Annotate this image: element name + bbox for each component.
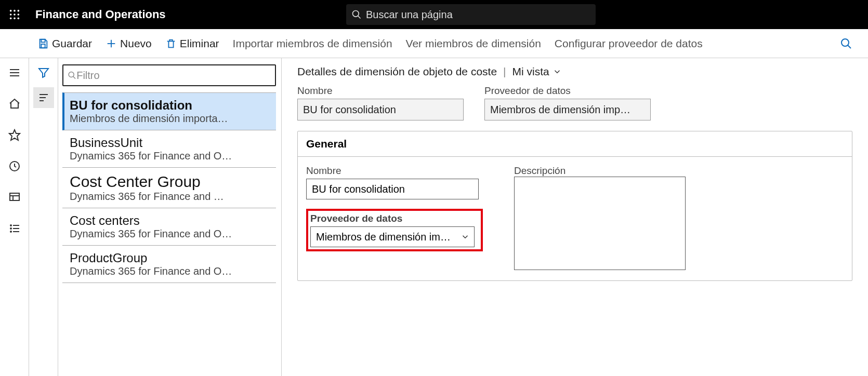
svg-point-1 <box>14 10 16 12</box>
clock-icon <box>8 160 21 172</box>
action-bar: Guardar Nuevo Eliminar Importar miembros… <box>0 29 868 58</box>
filter-rail <box>29 58 58 376</box>
search-icon <box>68 71 76 80</box>
header-provider-field: Proveedor de datos Miembros de dimensión… <box>484 85 651 120</box>
chevron-down-icon <box>461 232 470 241</box>
plus-icon <box>106 38 117 49</box>
list-filter-input[interactable] <box>76 70 271 82</box>
list-item-title: BusinessUnit <box>70 136 271 150</box>
delete-button[interactable]: Eliminar <box>165 37 219 50</box>
svg-point-25 <box>10 225 11 226</box>
workspace-icon <box>8 191 21 204</box>
list-item-title: Cost Center Group <box>70 173 271 191</box>
view-label: Ver miembros de dimensión <box>406 37 541 50</box>
import-members-button[interactable]: Importar miembros de dimensión <box>233 37 392 50</box>
trash-icon <box>165 38 177 49</box>
detail-panel: Detalles de dimensión de objeto de coste… <box>282 58 868 376</box>
breadcrumb-separator: | <box>503 65 506 78</box>
list-item[interactable]: ProductGroup Dynamics 365 for Finance an… <box>62 246 276 283</box>
nav-rail <box>0 58 29 376</box>
provider-dropdown[interactable]: Miembros de dimensión im… <box>310 226 475 247</box>
view-selector-label: Mi vista <box>512 65 549 78</box>
header-fields: Nombre BU for consolidation Proveedor de… <box>297 85 852 120</box>
view-members-button[interactable]: Ver miembros de dimensión <box>406 37 541 50</box>
funnel-icon <box>37 66 50 79</box>
list-item-subtitle: Dynamics 365 for Finance and … <box>70 191 271 203</box>
page-header: Detalles de dimensión de objeto de coste… <box>297 65 852 78</box>
svg-point-3 <box>10 14 12 16</box>
svg-point-5 <box>18 14 20 16</box>
svg-point-4 <box>14 14 16 16</box>
list-panel: BU for consolidation Miembros de dimensi… <box>58 58 282 376</box>
header-name-field: Nombre BU for consolidation <box>297 85 464 120</box>
list-item-subtitle: Dynamics 365 for Finance and O… <box>70 265 271 277</box>
nav-home-button[interactable] <box>4 93 25 114</box>
app-launcher-button[interactable] <box>0 0 29 29</box>
page-title: Detalles de dimensión de objeto de coste <box>297 65 497 78</box>
svg-point-29 <box>10 231 11 232</box>
new-button[interactable]: Nuevo <box>106 37 152 50</box>
provider-dropdown-value: Miembros de dimensión im… <box>316 231 451 243</box>
delete-label: Eliminar <box>180 37 219 50</box>
svg-line-35 <box>73 76 75 78</box>
svg-rect-11 <box>41 39 45 42</box>
header-name-label: Nombre <box>297 85 464 97</box>
app-title: Finance and Operations <box>29 8 346 21</box>
global-search[interactable]: Buscar una página <box>346 4 596 25</box>
list-item-subtitle: Dynamics 365 for Finance and O… <box>70 150 271 162</box>
search-icon <box>351 9 362 20</box>
svg-point-6 <box>10 18 12 20</box>
list-item[interactable]: Cost centers Dynamics 365 for Finance an… <box>62 208 276 246</box>
filter-pane-button[interactable] <box>33 62 54 83</box>
svg-rect-12 <box>41 44 45 47</box>
svg-point-2 <box>18 10 20 12</box>
global-search-placeholder: Buscar una página <box>366 9 453 21</box>
configure-label: Configurar proveedor de datos <box>555 37 703 50</box>
name-label: Nombre <box>306 165 483 177</box>
configure-provider-button[interactable]: Configurar proveedor de datos <box>555 37 703 50</box>
list-item[interactable]: BusinessUnit Dynamics 365 for Finance an… <box>62 130 276 168</box>
section-title[interactable]: General <box>298 131 852 157</box>
list-item-subtitle: Miembros de dimensión importa… <box>70 113 271 125</box>
nav-favorites-button[interactable] <box>4 125 25 145</box>
svg-line-10 <box>358 16 361 19</box>
svg-marker-20 <box>9 130 20 140</box>
list-filter-box[interactable] <box>62 64 276 86</box>
nav-workspaces-button[interactable] <box>4 187 25 208</box>
general-section: General Nombre Proveedor de datos Miembr… <box>297 131 852 281</box>
new-label: Nuevo <box>120 37 152 50</box>
list-pane-button[interactable] <box>33 87 54 108</box>
app-bar: Finance and Operations Buscar una página <box>0 0 868 29</box>
svg-point-0 <box>10 10 12 12</box>
svg-rect-22 <box>10 193 19 200</box>
svg-point-8 <box>18 18 20 20</box>
waffle-icon <box>9 9 20 20</box>
star-icon <box>8 129 21 141</box>
list-icon <box>8 222 21 235</box>
import-label: Importar miembros de dimensión <box>233 37 392 50</box>
list-item[interactable]: Cost Center Group Dynamics 365 for Finan… <box>62 168 276 208</box>
header-provider-label: Proveedor de datos <box>484 85 651 97</box>
nav-menu-button[interactable] <box>4 62 25 83</box>
save-label: Guardar <box>52 37 92 50</box>
page-search-button[interactable] <box>840 37 852 50</box>
list-item-title: Cost centers <box>70 213 271 228</box>
search-icon <box>840 37 852 50</box>
description-label: Descripción <box>514 165 565 176</box>
list-item-title: BU for consolidation <box>70 98 271 113</box>
svg-point-15 <box>841 39 849 46</box>
svg-point-9 <box>353 11 359 17</box>
svg-point-7 <box>14 18 16 20</box>
list-item[interactable]: BU for consolidation Miembros de dimensi… <box>62 92 276 130</box>
name-input[interactable] <box>306 179 479 199</box>
description-textarea[interactable] <box>514 177 686 270</box>
nav-recent-button[interactable] <box>4 156 25 177</box>
header-provider-value: Miembros de dimensión imp… <box>484 99 651 120</box>
view-selector[interactable]: Mi vista <box>512 65 562 78</box>
list-item-title: ProductGroup <box>70 251 271 265</box>
svg-line-16 <box>848 45 851 48</box>
save-button[interactable]: Guardar <box>37 37 92 50</box>
list-item-subtitle: Dynamics 365 for Finance and O… <box>70 228 271 240</box>
header-name-value: BU for consolidation <box>297 99 464 120</box>
nav-modules-button[interactable] <box>4 218 25 239</box>
